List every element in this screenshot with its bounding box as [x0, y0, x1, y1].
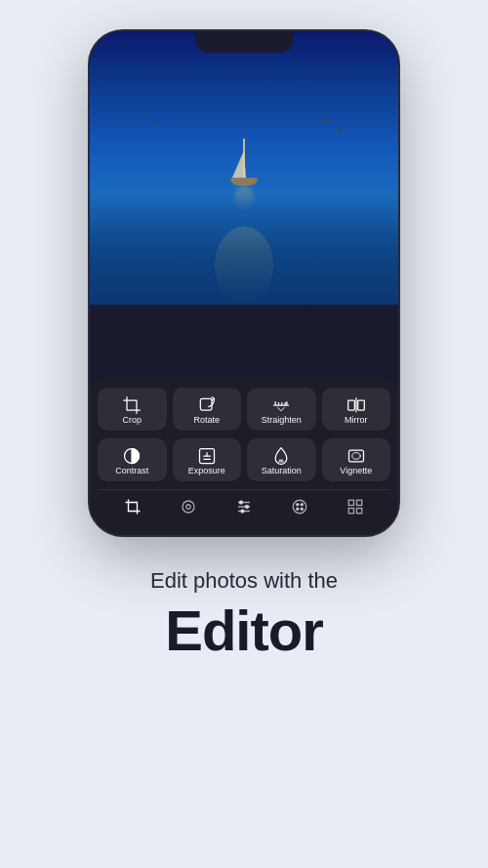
distant-boat-2	[337, 129, 343, 131]
bottom-toolbar	[98, 489, 390, 527]
text-section: Edit photos with the Editor	[131, 568, 357, 662]
toolbar-palette-icon[interactable]	[283, 494, 316, 523]
svg-point-27	[293, 500, 306, 514]
main-title: Editor	[150, 599, 338, 662]
svg-point-19	[183, 501, 194, 513]
svg-point-18	[352, 453, 360, 460]
contrast-icon	[122, 446, 142, 466]
svg-point-31	[301, 508, 303, 510]
tool-grid-row2: Contrast Exposure Saturatio	[98, 438, 390, 481]
vignette-icon	[346, 446, 366, 466]
tool-straighten[interactable]: Straighten	[247, 388, 316, 431]
straighten-icon	[271, 395, 291, 415]
svg-rect-32	[348, 500, 353, 505]
crop-label: Crop	[122, 415, 142, 425]
tool-panel: Crop Rotate	[90, 376, 398, 535]
svg-rect-34	[348, 509, 353, 514]
straighten-label: Straighten	[262, 415, 302, 425]
saturation-label: Saturation	[262, 466, 302, 475]
toolbar-lock-icon[interactable]	[172, 494, 205, 523]
boat-sail	[232, 150, 246, 178]
tool-grid-row1: Crop Rotate	[98, 388, 390, 431]
saturation-icon	[271, 446, 291, 466]
svg-point-29	[301, 504, 303, 506]
mirror-label: Mirror	[345, 415, 368, 425]
vignette-label: Vignette	[340, 466, 372, 475]
distant-boat-3	[151, 124, 157, 126]
distant-boat-1	[321, 119, 329, 122]
toolbar-grid-icon[interactable]	[339, 494, 372, 523]
rotate-label: Rotate	[193, 415, 220, 425]
exposure-icon	[197, 446, 217, 466]
svg-point-26	[241, 510, 244, 513]
svg-point-24	[239, 501, 242, 504]
tool-exposure[interactable]: Exposure	[173, 438, 242, 481]
tool-vignette[interactable]: Vignette	[322, 438, 391, 481]
svg-rect-9	[357, 400, 364, 410]
contrast-label: Contrast	[115, 466, 148, 475]
tool-crop[interactable]: Crop	[98, 388, 167, 431]
tool-saturation[interactable]: Saturation	[247, 438, 316, 481]
exposure-label: Exposure	[188, 466, 225, 475]
tool-rotate[interactable]: Rotate	[173, 388, 242, 431]
svg-point-25	[245, 506, 248, 509]
svg-rect-17	[348, 450, 363, 462]
toolbar-crop-icon[interactable]	[116, 494, 149, 523]
photo-area	[90, 31, 398, 305]
mirror-icon	[346, 395, 366, 415]
svg-rect-8	[347, 400, 354, 410]
rotate-icon	[197, 395, 217, 415]
svg-rect-0	[200, 398, 212, 410]
svg-point-20	[186, 505, 191, 510]
light-reflection	[215, 227, 273, 305]
boat-reflection	[234, 186, 254, 210]
crop-icon	[122, 395, 142, 415]
main-boat	[230, 139, 258, 210]
tool-contrast[interactable]: Contrast	[98, 438, 167, 481]
svg-rect-33	[356, 500, 361, 505]
svg-point-30	[296, 508, 298, 510]
toolbar-adjust-icon[interactable]	[227, 494, 261, 523]
subtitle: Edit photos with the	[150, 568, 338, 594]
boat-body	[230, 178, 258, 186]
svg-rect-35	[356, 509, 361, 514]
tool-mirror[interactable]: Mirror	[322, 388, 391, 431]
phone-frame: Crop Rotate	[88, 29, 400, 537]
svg-point-28	[296, 504, 298, 506]
